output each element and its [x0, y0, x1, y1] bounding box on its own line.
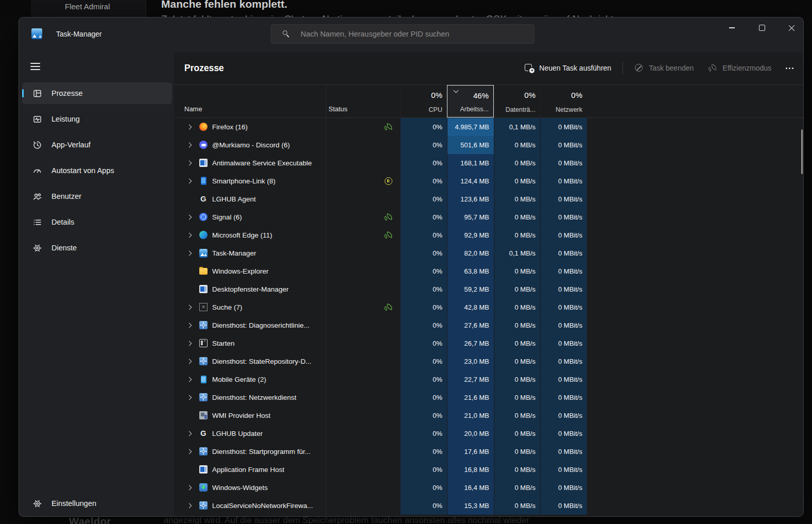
memory-cell: 23,0 MB [447, 352, 494, 370]
process-row[interactable]: Diensthost: StateRepository-D...0%23,0 M… [174, 352, 804, 370]
process-row[interactable]: WMI Provider Host0%21,0 MB0 MB/s0 MBit/s [174, 407, 804, 425]
close-button[interactable] [780, 19, 804, 37]
expand-chevron-icon[interactable] [187, 305, 192, 310]
expand-chevron-icon[interactable] [187, 323, 192, 328]
disk-cell: 0 MB/s [494, 316, 540, 334]
process-name: Microsoft Edge (11) [212, 226, 272, 244]
expand-chevron-icon[interactable] [187, 251, 192, 256]
process-row[interactable]: Firefox (16)0%4.985,7 MB0,1 MB/s0 MBit/s [174, 118, 804, 136]
disk-cell: 0,1 MB/s [494, 118, 540, 136]
process-name: Windows-Widgets [212, 479, 268, 497]
expand-chevron-icon[interactable] [187, 125, 192, 130]
effizienzmodus-button[interactable]: Effizienzmodus [705, 63, 774, 73]
disk-cell: 0 MB/s [494, 334, 540, 352]
process-row[interactable]: Suche (7)0%42,8 MB0 MB/s0 MBit/s [174, 298, 804, 316]
more-options-button[interactable] [783, 60, 796, 76]
disk-cell: 0 MB/s [494, 298, 540, 316]
disk-cell: 0 MB/s [494, 280, 540, 298]
expand-chevron-icon[interactable] [187, 161, 192, 166]
process-row[interactable]: Microsoft Edge (11)0%92,9 MB0 MB/s0 MBit… [174, 226, 804, 244]
expand-chevron-icon[interactable] [187, 395, 192, 400]
process-row[interactable]: LocalServiceNoNetworkFirewa...0%15,3 MB0… [174, 497, 804, 515]
process-row[interactable]: LGHUB Agent0%123,6 MB0 MB/s0 MBit/s [174, 190, 804, 208]
menu-toggle-button[interactable] [30, 63, 41, 71]
startup-icon [33, 166, 42, 175]
column-header-arbeitss[interactable]: 46%Arbeitss... [447, 85, 494, 117]
process-name: Diensthost: Startprogramm für... [212, 443, 310, 461]
sidebar-item-autostart-von-apps[interactable]: Autostart von Apps [22, 160, 172, 181]
process-row[interactable]: Signal (6)0%95,7 MB0 MB/s0 MBit/s [174, 208, 804, 226]
process-name: LGHUB Updater [212, 425, 263, 443]
expand-chevron-icon[interactable] [187, 341, 192, 346]
toolbar-button-label: Neuen Task ausführen [539, 64, 611, 72]
process-row[interactable]: Desktopfenster-Manager0%59,2 MB0 MB/s0 M… [174, 280, 804, 298]
expand-chevron-icon[interactable] [187, 377, 192, 382]
neuen-task-ausf-hren-button[interactable]: Neuen Task ausführen [522, 63, 614, 73]
expand-chevron-icon[interactable] [187, 431, 192, 436]
expand-chevron-icon[interactable] [187, 485, 192, 491]
process-row[interactable]: Starten0%26,7 MB0 MB/s0 MBit/s [174, 334, 804, 352]
expand-chevron-icon[interactable] [187, 233, 192, 238]
cpu-cell: 0% [401, 497, 447, 515]
vertical-scrollbar[interactable] [801, 129, 803, 174]
column-header-netzwerk[interactable]: 0%Netzwerk [540, 85, 587, 117]
process-row[interactable]: Task-Manager0%82,0 MB0,1 MB/s0 MBit/s [174, 244, 804, 262]
sidebar-item-app-verlauf[interactable]: App-Verlauf [22, 134, 172, 156]
column-header-cpu[interactable]: 0%CPU [401, 85, 447, 117]
network-cell: 0 MBit/s [540, 370, 587, 388]
sidebar-item-details[interactable]: Details [22, 211, 172, 233]
search-input[interactable] [300, 29, 534, 39]
process-row[interactable]: Diensthost: Diagnoserichtlinie...0%27,6 … [174, 316, 804, 334]
sidebar-item-label: Autostart von Apps [51, 166, 114, 175]
sidebar-item-einstellungen[interactable]: Einstellungen [22, 493, 172, 514]
sidebar-item-benutzer[interactable]: Benutzer [22, 185, 172, 207]
process-row[interactable]: Diensthost: Netzwerkdienst0%21,6 MB0 MB/… [174, 388, 804, 407]
process-row[interactable]: Windows-Explorer0%63,8 MB0 MB/s0 MBit/s [174, 262, 804, 280]
memory-cell: 168,1 MB [447, 154, 494, 172]
disk-cell: 0 MB/s [494, 226, 540, 244]
column-header-datentr[interactable]: 0%Datenträ... [494, 85, 540, 117]
expand-chevron-icon[interactable] [187, 143, 192, 148]
expand-chevron-icon[interactable] [187, 503, 192, 509]
status-cell [381, 177, 395, 185]
efficiency-leaf-icon [384, 123, 392, 131]
background-sidebar: Fleet Admiral [31, 0, 146, 17]
process-row[interactable]: Application Frame Host0%16,8 MB0 MB/s0 M… [174, 461, 804, 479]
ellipsis-icon [789, 67, 790, 69]
disk-cell: 0 MB/s [494, 262, 540, 280]
search-box[interactable] [271, 24, 534, 44]
process-name: Firefox (16) [212, 118, 248, 136]
network-cell: 0 MBit/s [540, 497, 587, 515]
expand-chevron-icon[interactable] [187, 215, 192, 220]
users-icon [33, 192, 42, 201]
expand-chevron-icon[interactable] [187, 179, 192, 184]
maximize-button[interactable] [750, 19, 774, 37]
column-label: Arbeitss... [460, 106, 489, 113]
process-row[interactable]: Mobile Geräte (2)0%22,7 MB0 MB/s0 MBit/s [174, 370, 804, 388]
process-row[interactable]: Smartphone-Link (8)0%124,4 MB0 MB/s0 MBi… [174, 172, 804, 190]
process-row[interactable]: LGHUB Updater0%20,0 MB0 MB/s0 MBit/s [174, 425, 804, 443]
sidebar-item-dienste[interactable]: Dienste [22, 237, 172, 259]
sidebar-item-leistung[interactable]: Leistung [22, 108, 172, 130]
task-beenden-button[interactable]: Task beenden [631, 63, 697, 73]
expand-chevron-icon[interactable] [187, 449, 192, 454]
process-row[interactable]: Antimalware Service Executable0%168,1 MB… [174, 154, 804, 172]
disk-cell: 0 MB/s [494, 154, 540, 172]
sidebar-item-prozesse[interactable]: Prozesse [22, 82, 172, 104]
network-cell: 0 MBit/s [540, 334, 587, 352]
process-name: Antimalware Service Executable [212, 154, 312, 172]
memory-cell: 123,6 MB [447, 190, 494, 208]
process-row[interactable]: @Murkiamo - Discord (6)0%501,6 MB0 MB/s0… [174, 136, 804, 154]
process-row[interactable]: Windows-Widgets0%16,4 MB0 MB/s0 MBit/s [174, 479, 804, 497]
minimize-button[interactable] [720, 19, 744, 37]
memory-cell: 15,3 MB [447, 497, 494, 515]
cpu-cell: 0% [401, 244, 447, 262]
expand-chevron-icon[interactable] [187, 359, 192, 364]
column-header-name[interactable]: Name [184, 105, 202, 113]
leaf-icon [708, 63, 717, 73]
column-header-status[interactable]: Status [329, 105, 348, 113]
network-cell: 0 MBit/s [540, 172, 587, 190]
process-row[interactable]: Diensthost: Startprogramm für...0%17,6 M… [174, 443, 804, 461]
cpu-cell: 0% [401, 370, 447, 388]
settings-icon [33, 499, 42, 508]
